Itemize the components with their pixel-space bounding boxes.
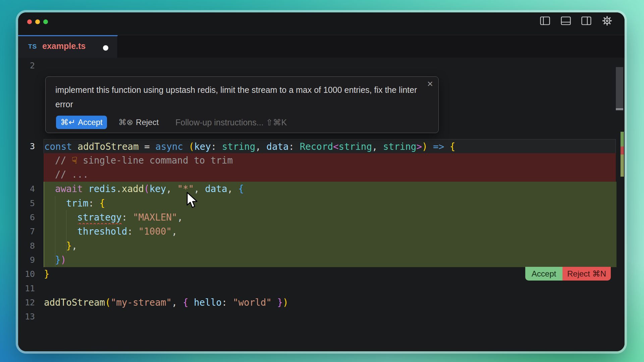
code-line[interactable]: addToStream("my-stream", { hello: "world… (44, 295, 616, 310)
accept-button[interactable]: ⌘↵ Accept (56, 116, 107, 129)
toggle-bottom-panel-icon[interactable] (560, 15, 572, 26)
overview-added-mark (621, 155, 624, 177)
line-number: 11 (18, 281, 35, 296)
added-code-line[interactable]: trim: { (44, 196, 616, 210)
added-code-line[interactable]: strategy: "MAXLEN", (44, 210, 616, 225)
code-line[interactable]: const addToStream = async (key: string, … (44, 139, 616, 154)
line-number: 8 (18, 239, 35, 253)
line-number: 6 (18, 210, 35, 225)
editor-window: TS example.ts ⋯ 2345678910111213 const a… (18, 12, 625, 351)
diff-accept-button[interactable]: Accept (525, 267, 562, 281)
tab-example-ts[interactable]: TS example.ts (18, 35, 118, 58)
followup-instructions-placeholder[interactable]: Follow-up instructions... ⇧⌘K (175, 116, 287, 129)
settings-gear-icon[interactable] (601, 15, 613, 26)
line-number: 2 (18, 58, 35, 73)
overview-added-mark (621, 132, 624, 146)
inline-ai-prompt-dialog: implement this function using upstash re… (45, 76, 439, 133)
scrollbar-thumb[interactable] (616, 67, 623, 111)
reject-shortcut: ⌘⊗ (118, 118, 133, 127)
line-number: 4 (18, 182, 35, 196)
accept-label: Accept (78, 118, 102, 127)
titlebar (18, 12, 625, 35)
added-code-line[interactable]: }, (44, 239, 616, 253)
accept-shortcut: ⌘↵ (60, 118, 75, 127)
toggle-left-panel-icon[interactable] (539, 15, 551, 26)
line-number: 5 (18, 196, 35, 210)
indent-guide (66, 210, 66, 253)
indent-guide (55, 196, 55, 266)
line-number: 10 (18, 267, 35, 281)
line-number: 9 (18, 253, 35, 267)
close-icon[interactable]: × (427, 78, 433, 89)
overview-removed-mark (621, 146, 624, 155)
tabbar: TS example.ts ⋯ (18, 35, 625, 58)
unsaved-changes-dot (103, 45, 108, 51)
line-number: 13 (18, 309, 35, 324)
deleted-code-line[interactable]: // ... (44, 167, 616, 182)
added-code-line[interactable]: await redis.xadd(key, "*", data, { (44, 182, 616, 196)
close-window-button[interactable] (27, 19, 32, 24)
reject-button[interactable]: ⌘⊗ Reject (116, 116, 161, 129)
typescript-file-icon: TS (28, 43, 37, 50)
toggle-right-panel-icon[interactable] (581, 15, 592, 26)
zoom-window-button[interactable] (43, 19, 48, 24)
line-number: 7 (18, 224, 35, 239)
code-line[interactable] (44, 309, 616, 324)
line-number: 12 (18, 295, 35, 310)
tab-filename: example.ts (42, 41, 86, 51)
diff-reject-button[interactable]: Reject ⌘N (562, 267, 611, 281)
added-code-line[interactable]: threshold: "1000", (44, 224, 616, 239)
prompt-text: implement this function using upstash re… (55, 83, 424, 112)
code-line[interactable] (44, 281, 616, 296)
minimize-window-button[interactable] (35, 19, 40, 24)
added-code-line[interactable]: }) (44, 253, 616, 267)
scrollbar-marker (616, 108, 623, 110)
code-line[interactable] (44, 58, 616, 73)
diff-actions: Accept Reject ⌘N (525, 267, 611, 281)
line-number: 3 (18, 139, 35, 154)
reject-label: Reject (136, 118, 159, 127)
deleted-code-line[interactable]: // ☟ single-line command to trim (44, 153, 616, 168)
